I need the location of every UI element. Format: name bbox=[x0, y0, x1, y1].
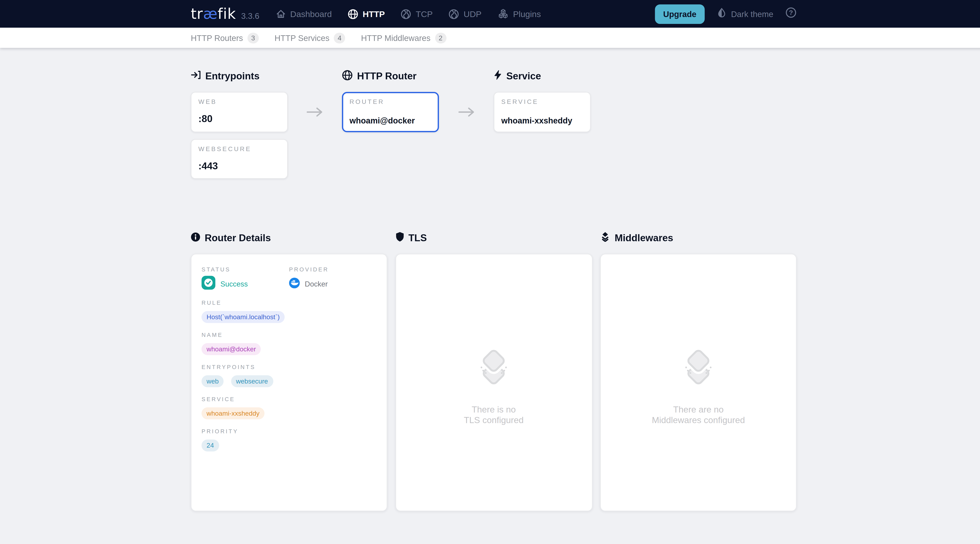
nav-item-http[interactable]: HTTP bbox=[347, 8, 385, 19]
globe-icon bbox=[347, 8, 358, 19]
tab-count-badge: 2 bbox=[435, 32, 446, 43]
entrypoint-card-websecure: WEBSECURE :443 bbox=[191, 139, 288, 179]
entrypoint-card-web: WEB :80 bbox=[191, 92, 288, 132]
tab-count-badge: 3 bbox=[247, 32, 259, 43]
tab-http-middlewares[interactable]: HTTP Middlewares 2 bbox=[361, 32, 446, 43]
tls-title: TLS bbox=[395, 232, 592, 244]
success-check-icon bbox=[202, 276, 215, 292]
nav-item-plugins[interactable]: Plugins bbox=[497, 8, 541, 19]
tab-count-badge: 4 bbox=[334, 32, 345, 43]
entrypoint-chip-web: web bbox=[202, 375, 224, 387]
question-icon: ? bbox=[785, 7, 797, 21]
nav-item-label: TCP bbox=[416, 9, 433, 19]
traefik-logo[interactable]: træfik 3.3.6 bbox=[191, 6, 259, 22]
empty-layers-icon bbox=[474, 348, 513, 389]
status-label: STATUS bbox=[202, 266, 289, 273]
logo-wordmark: træfik bbox=[191, 6, 236, 22]
empty-layers-icon bbox=[679, 348, 718, 389]
droplet-half-icon bbox=[717, 8, 727, 20]
home-icon bbox=[276, 9, 286, 19]
traefik-dashboard: træfik 3.3.6 Dashboard HTTP bbox=[0, 0, 980, 544]
dark-theme-label: Dark theme bbox=[731, 9, 773, 19]
tab-http-services[interactable]: HTTP Services 4 bbox=[275, 32, 345, 43]
layers-icon bbox=[600, 232, 610, 244]
nav-item-dashboard[interactable]: Dashboard bbox=[276, 9, 332, 19]
http-router-section-title: HTTP Router bbox=[342, 70, 439, 82]
middlewares-title: Middlewares bbox=[600, 232, 797, 244]
router-card-value: whoami@docker bbox=[350, 115, 431, 127]
entrypoint-card-value: :80 bbox=[198, 113, 280, 125]
shield-icon bbox=[395, 232, 404, 244]
help-button[interactable]: ? bbox=[785, 7, 797, 21]
service-chip[interactable]: whoami-xxsheddy bbox=[202, 407, 264, 419]
router-card[interactable]: ROUTER whoami@docker bbox=[342, 92, 439, 132]
router-flow-diagram: Entrypoints HTTP Router Service WEB :80 bbox=[191, 70, 797, 179]
service-card-label: SERVICE bbox=[501, 99, 583, 105]
info-icon bbox=[191, 232, 200, 244]
svg-text:?: ? bbox=[789, 9, 793, 16]
service-section-title: Service bbox=[494, 70, 591, 82]
version-label: 3.3.6 bbox=[241, 11, 259, 21]
entrypoint-card-label: WEB bbox=[198, 99, 280, 105]
tab-label: HTTP Services bbox=[275, 33, 329, 43]
priority-label: PRIORITY bbox=[202, 428, 377, 434]
tab-label: HTTP Middlewares bbox=[361, 33, 430, 43]
cubes-icon bbox=[497, 8, 509, 19]
name-label: NAME bbox=[202, 332, 377, 338]
provider-value: Docker bbox=[305, 280, 328, 288]
rule-label: RULE bbox=[202, 300, 377, 306]
login-arrow-icon bbox=[191, 70, 201, 83]
tab-http-routers[interactable]: HTTP Routers 3 bbox=[191, 32, 259, 43]
nav-item-label: Dashboard bbox=[290, 9, 332, 19]
router-card-label: ROUTER bbox=[350, 99, 431, 105]
entrypoint-card-label: WEBSECURE bbox=[198, 146, 280, 152]
tls-empty-message: There is no TLS configured bbox=[464, 404, 523, 426]
entrypoint-chip-websecure: websecure bbox=[231, 375, 273, 387]
router-details-card: STATUS Success PROVIDER bbox=[191, 254, 387, 511]
entrypoints-section-title: Entrypoints bbox=[191, 70, 288, 82]
top-navbar: træfik 3.3.6 Dashboard HTTP bbox=[0, 0, 980, 28]
middlewares-empty-message: There are no Middlewares configured bbox=[652, 404, 745, 426]
docker-icon bbox=[289, 277, 300, 290]
service-card-value: whoami-xxsheddy bbox=[501, 115, 583, 127]
entrypoint-card-value: :443 bbox=[198, 161, 280, 172]
main-content: Entrypoints HTTP Router Service WEB :80 bbox=[191, 48, 797, 511]
nav-item-label: Plugins bbox=[513, 9, 541, 19]
globe-icon bbox=[342, 70, 353, 83]
flow-arrow-icon bbox=[307, 107, 323, 119]
http-subnav: HTTP Routers 3 HTTP Services 4 HTTP Midd… bbox=[0, 28, 980, 48]
priority-chip: 24 bbox=[202, 439, 219, 452]
dark-theme-toggle[interactable]: Dark theme bbox=[717, 8, 773, 20]
rule-chip: Host(`whoami.localhost`) bbox=[202, 311, 285, 323]
service-label: SERVICE bbox=[202, 396, 377, 402]
upgrade-button[interactable]: Upgrade bbox=[655, 4, 705, 24]
flow-arrow-icon bbox=[458, 107, 474, 119]
middlewares-card: There are no Middlewares configured bbox=[600, 254, 797, 511]
provider-label: PROVIDER bbox=[289, 266, 329, 273]
router-details-title: Router Details bbox=[191, 232, 387, 244]
detail-panels: Router Details TLS Middlewares STATUS bbox=[191, 232, 797, 511]
status-value: Success bbox=[221, 280, 248, 288]
lightning-icon bbox=[494, 70, 502, 83]
tab-label: HTTP Routers bbox=[191, 33, 243, 43]
router-name-chip: whoami@docker bbox=[202, 343, 261, 355]
proxy-icon bbox=[401, 8, 411, 19]
entrypoints-label: ENTRYPOINTS bbox=[202, 364, 377, 370]
navbar-right-controls: Upgrade Dark theme ? bbox=[655, 4, 797, 24]
nav-item-tcp[interactable]: TCP bbox=[401, 8, 433, 19]
main-nav: Dashboard HTTP TCP bbox=[276, 8, 541, 19]
service-card[interactable]: SERVICE whoami-xxsheddy bbox=[494, 92, 591, 132]
proxy-icon bbox=[449, 8, 459, 19]
tls-card: There is no TLS configured bbox=[395, 254, 592, 511]
nav-item-udp[interactable]: UDP bbox=[449, 8, 482, 19]
nav-item-label: UDP bbox=[463, 9, 482, 19]
nav-item-label: HTTP bbox=[363, 9, 385, 19]
